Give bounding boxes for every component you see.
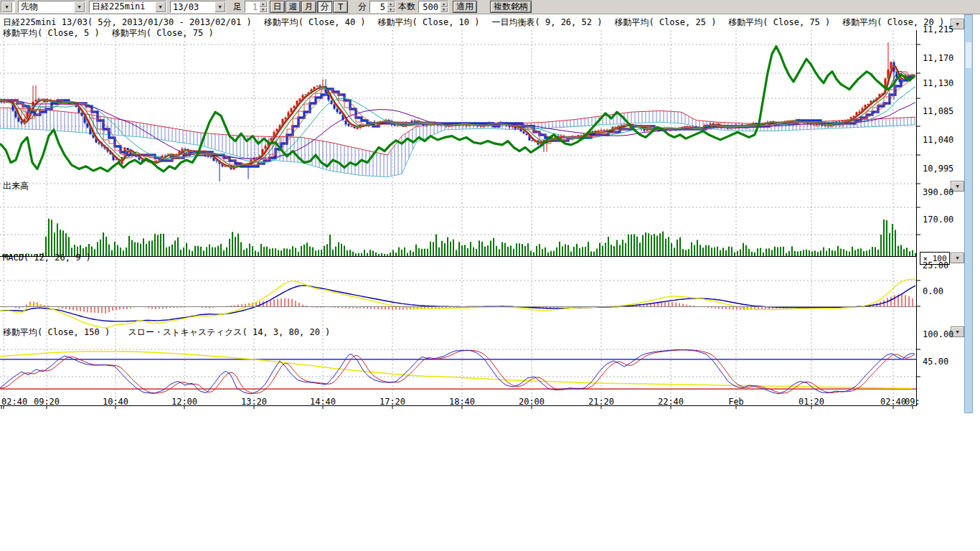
stoch-axis-label: 100.00 bbox=[923, 329, 953, 339]
time-axis-label: 12:00 bbox=[171, 397, 197, 407]
time-axis-label: 09:20 bbox=[34, 397, 60, 407]
chevron-down-icon: ▼ bbox=[956, 184, 958, 189]
time-axis-label: 13:20 bbox=[241, 397, 267, 407]
time-axis-label: Feb bbox=[728, 397, 744, 407]
legend-item: 一目均衡表( 9, 26, 52 ) bbox=[492, 17, 603, 27]
legend-item: 移動平均( Close, 75 ) bbox=[112, 28, 214, 38]
contract-month-combo[interactable]: 13/03 ▼ bbox=[170, 1, 226, 13]
time-axis-label: 21:20 bbox=[588, 397, 614, 407]
stoch-axis-label: 45.00 bbox=[923, 357, 948, 367]
period-button-分[interactable]: 分 bbox=[317, 1, 332, 13]
bar-count-label: 本数 bbox=[398, 1, 415, 13]
price-axis-label: 11,085 bbox=[923, 106, 953, 116]
scrollbar-thumb[interactable] bbox=[966, 42, 971, 68]
macd-axis-label: 0.00 bbox=[923, 286, 943, 296]
indicator-legend-line2: 移動平均( Close, 5 )移動平均( Close, 75 ) bbox=[3, 27, 226, 39]
time-axis-label: 22:40 bbox=[658, 397, 684, 407]
minutes-label: 分 bbox=[358, 1, 367, 13]
spinner-arrows-icon[interactable]: ▲▼ bbox=[387, 1, 395, 12]
time-axis-label: 18:40 bbox=[449, 397, 475, 407]
period-button-T[interactable]: T bbox=[333, 1, 348, 13]
macd-panel-menu-button[interactable]: ▼ bbox=[951, 253, 964, 263]
stochastics-legend: スロー・ストキャスティクス( 14, 3, 80, 20 ) bbox=[128, 327, 330, 337]
legend-item: 移動平均( Close, 10 ) bbox=[378, 17, 480, 27]
bar-type-label: 足 bbox=[233, 1, 242, 13]
bar-interval-spinner[interactable]: 1 ▲▼ bbox=[245, 1, 268, 13]
history-combo[interactable]: ▼ bbox=[1, 1, 15, 13]
apply-button[interactable]: 適用 bbox=[453, 1, 477, 13]
chevron-down-icon: ▼ bbox=[956, 22, 958, 27]
time-axis-label: 01:20 bbox=[798, 397, 824, 407]
price-axis-label: 11,040 bbox=[923, 135, 953, 145]
toolbar: ▼ 先物 ▼ 日経225mini ▼ 13/03 ▼ 足 1 ▲▼ 日週月分T … bbox=[0, 0, 980, 14]
volume-panel-title: 出来高 bbox=[3, 180, 29, 192]
chevron-down-icon: ▼ bbox=[956, 255, 958, 261]
symbol-combo[interactable]: 日経225mini ▼ bbox=[89, 1, 166, 13]
time-axis-label: 02:40 bbox=[1, 397, 27, 407]
time-axis-label: 09: bbox=[905, 397, 920, 407]
period-button-group: 日週月分T bbox=[270, 1, 349, 13]
macd-panel-title: MACD( 12, 26, 9 ) bbox=[3, 253, 91, 263]
period-button-月[interactable]: 月 bbox=[301, 1, 316, 13]
legend-item: 移動平均( Close, 75 ) bbox=[728, 17, 830, 27]
legend-item: 移動平均( Close, 40 ) bbox=[264, 17, 366, 27]
stoch-panel-title: 移動平均( Close, 150 ) スロー・ストキャスティクス( 14, 3,… bbox=[3, 326, 330, 339]
legend-item: 移動平均( Close, 25 ) bbox=[614, 17, 716, 27]
chevron-down-icon: ▼ bbox=[215, 1, 225, 12]
time-axis-label: 17:20 bbox=[380, 397, 405, 407]
chevron-down-icon: ▼ bbox=[956, 329, 958, 335]
time-axis-label: 02:40 bbox=[880, 397, 906, 407]
volume-axis-label: 170.00 bbox=[923, 215, 953, 225]
macd-axis-label: 25.00 bbox=[923, 260, 948, 270]
time-axis-label: 20:00 bbox=[519, 397, 545, 407]
price-axis-label: 11,130 bbox=[923, 78, 953, 88]
legend-item: 移動平均( Close, 5 ) bbox=[3, 28, 100, 38]
chevron-down-icon: ▼ bbox=[155, 1, 166, 12]
market-combo[interactable]: 先物 ▼ bbox=[18, 1, 85, 13]
bar-count-spinner[interactable]: 500 ▲▼ bbox=[418, 1, 448, 13]
chart-application-window: ▼ 先物 ▼ 日経225mini ▼ 13/03 ▼ 足 1 ▲▼ 日週月分T … bbox=[0, 0, 980, 551]
volume-axis-label: 390.00 bbox=[923, 187, 953, 197]
legend-item: 日経225mini 13/03( 5分, 2013/01/30 - 2013/0… bbox=[3, 17, 252, 27]
chevron-down-icon: ▼ bbox=[1, 1, 12, 12]
price-axis-label: 11,170 bbox=[923, 53, 953, 63]
time-axis-label: 10:40 bbox=[103, 397, 128, 407]
chevron-down-icon: ▼ bbox=[74, 1, 85, 12]
price-axis-label: 10,995 bbox=[923, 164, 953, 174]
chart-area: 日経225mini 13/03( 5分, 2013/01/30 - 2013/0… bbox=[0, 14, 980, 416]
multi-symbol-button[interactable]: 複数銘柄 bbox=[490, 1, 532, 13]
period-button-日[interactable]: 日 bbox=[270, 1, 285, 13]
period-button-週[interactable]: 週 bbox=[286, 1, 301, 13]
spinner-arrows-icon[interactable]: ▲▼ bbox=[259, 1, 267, 12]
spinner-arrows-icon[interactable]: ▲▼ bbox=[440, 1, 448, 12]
minutes-spinner[interactable]: 5 ▲▼ bbox=[369, 1, 395, 13]
price-axis-label: 11,215 bbox=[923, 24, 953, 34]
vertical-scrollbar[interactable] bbox=[964, 14, 973, 413]
time-axis-label: 14:40 bbox=[310, 397, 336, 407]
chart-canvas bbox=[0, 14, 980, 416]
ma150-legend: 移動平均( Close, 150 ) bbox=[3, 327, 110, 337]
